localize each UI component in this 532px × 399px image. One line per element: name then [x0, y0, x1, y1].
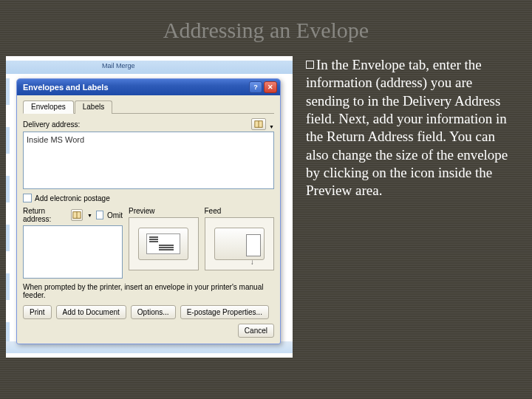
- dialog-titlebar: Envelopes and Labels ? ✕: [17, 79, 280, 95]
- return-address-book-icon[interactable]: [71, 209, 83, 221]
- screenshot-container: Mail Merge Envelopes and Labels ? ✕ Enve…: [6, 56, 293, 358]
- add-electronic-postage-label: Add electronic postage: [35, 194, 110, 202]
- feed-orientation-button[interactable]: [214, 228, 265, 260]
- envelope-icon: [146, 233, 180, 254]
- tabstrip: Envelopes Labels: [23, 100, 274, 114]
- envelope-preview-button[interactable]: [138, 228, 188, 260]
- delivery-address-field[interactable]: Inside MS Word: [23, 132, 274, 189]
- cancel-button[interactable]: Cancel: [238, 324, 274, 338]
- ruler-fragment: [6, 78, 10, 344]
- close-button[interactable]: ✕: [264, 81, 277, 93]
- feed-area: [205, 217, 275, 270]
- slide-title: Addressing an Evelope: [0, 0, 532, 56]
- printer-hint: When prompted by the printer, insert an …: [23, 283, 274, 299]
- add-electronic-postage-checkbox[interactable]: [23, 194, 32, 202]
- print-button[interactable]: Print: [23, 305, 52, 319]
- address-book-icon[interactable]: [251, 118, 266, 130]
- envelopes-labels-dialog: Envelopes and Labels ? ✕ Envelopes Label…: [16, 78, 281, 344]
- tab-labels[interactable]: Labels: [75, 100, 112, 114]
- delivery-address-label: Delivery address:: [23, 120, 80, 129]
- feed-label: Feed: [205, 207, 275, 215]
- tab-envelopes[interactable]: Envelopes: [23, 100, 74, 114]
- dialog-title: Envelopes and Labels: [23, 83, 109, 92]
- epostage-properties-button[interactable]: E-postage Properties...: [180, 305, 269, 319]
- chevron-down-icon[interactable]: ▼: [269, 124, 274, 129]
- omit-checkbox[interactable]: [96, 211, 103, 219]
- options-button[interactable]: Options...: [131, 305, 176, 319]
- help-button[interactable]: ?: [249, 81, 262, 93]
- preview-label: Preview: [129, 207, 199, 215]
- omit-label: Omit: [107, 211, 123, 219]
- feed-icon: [246, 234, 261, 256]
- return-address-label: Return address:: [23, 207, 65, 223]
- bullet-icon: [306, 61, 314, 69]
- chevron-down-icon[interactable]: ▼: [87, 213, 92, 218]
- word-ribbon-strip: Mail Merge: [6, 61, 293, 74]
- preview-area: [129, 217, 199, 270]
- return-address-field[interactable]: [23, 225, 123, 279]
- instruction-text: In the Envelope tab, enter the informati…: [306, 56, 526, 358]
- add-to-document-button[interactable]: Add to Document: [56, 305, 126, 319]
